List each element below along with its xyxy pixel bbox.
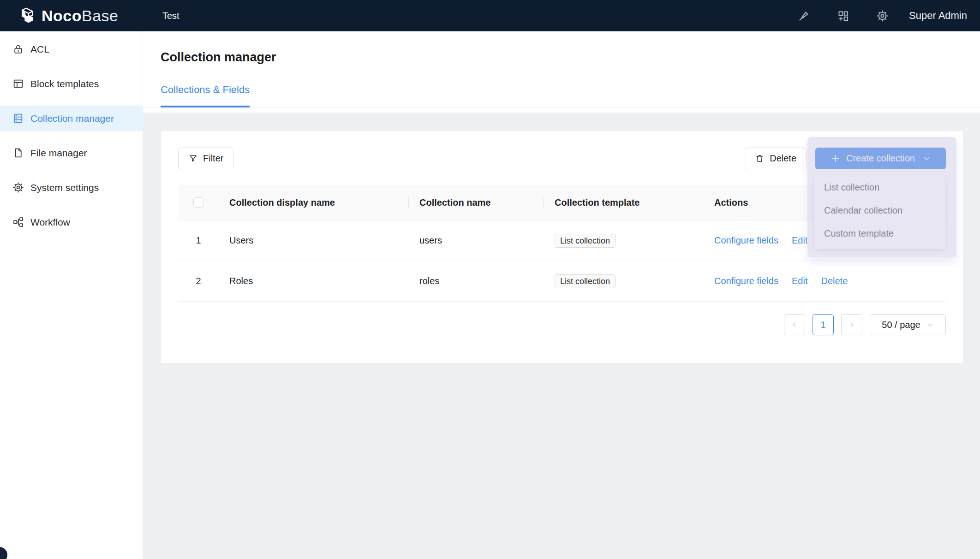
tabs-bar: Collections & Fields [143, 84, 980, 107]
sidebar-item-label: ACL [30, 44, 49, 55]
row-index: 2 [196, 276, 201, 286]
cell-collection-name: roles [408, 276, 544, 286]
action-divider [785, 277, 785, 286]
pagination: 1 50 / page [178, 314, 946, 335]
sidebar-item-file-manager[interactable]: File manager [0, 140, 143, 166]
active-tab-ink-bar [161, 106, 250, 107]
sidebar-item-label: Block templates [30, 78, 99, 89]
workflow-icon [12, 216, 24, 228]
cell-display-name: Roles [219, 276, 408, 286]
delete-link[interactable]: Delete [821, 276, 848, 286]
sidebar-item-collection-manager[interactable]: Collection manager [0, 106, 143, 131]
chevron-down-icon [923, 155, 931, 162]
tab-collections-and-fields[interactable]: Collections & Fields [161, 84, 250, 107]
configure-fields-link[interactable]: Configure fields [714, 276, 778, 286]
nocobase-cube-icon [18, 6, 36, 25]
main-area: Collection manager Collections & Fields [143, 31, 980, 559]
create-collection-dropdown: List collection Calendar collection Cust… [814, 172, 945, 249]
row-index: 1 [196, 235, 201, 246]
sidebar-item-label: System settings [30, 182, 99, 193]
toolbar-right: Delete Create collection [745, 148, 946, 169]
column-header-collection-template: Collection template [544, 197, 702, 208]
menu-item-calendar-collection[interactable]: Calendar collection [814, 199, 945, 222]
create-collection-button[interactable]: Create collection [815, 148, 946, 169]
app-window: NocoBase Test Super Admin [0, 0, 980, 559]
pagination-page-1[interactable]: 1 [813, 314, 834, 335]
navbar-right: Super Admin [798, 10, 980, 22]
page-size-select[interactable]: 50 / page [870, 314, 946, 335]
sidebar-item-label: Workflow [30, 217, 70, 228]
sidebar-item-acl[interactable]: ACL [0, 36, 143, 62]
nocobase-logo[interactable]: NocoBase [0, 6, 143, 25]
filter-funnel-icon [188, 154, 198, 163]
top-navbar: NocoBase Test Super Admin [0, 0, 980, 31]
page-title: Collection manager [161, 50, 980, 65]
menu-item-custom-template[interactable]: Custom template [814, 222, 945, 245]
trash-icon [755, 154, 765, 163]
cell-display-name: Users [219, 235, 408, 246]
plus-icon [831, 154, 840, 163]
filter-button[interactable]: Filter [178, 148, 233, 169]
lock-icon [12, 43, 24, 55]
sidebar-item-workflow[interactable]: Workflow [0, 209, 143, 235]
edit-link[interactable]: Edit [792, 235, 807, 246]
menu-item-list-collection[interactable]: List collection [814, 176, 945, 199]
template-tag: List collection [555, 234, 615, 248]
highlighter-icon[interactable] [798, 10, 810, 22]
column-header-collection-name: Collection name [408, 197, 544, 208]
sidebar-item-label: Collection manager [30, 113, 114, 124]
edit-link[interactable]: Edit [792, 276, 807, 286]
action-divider [814, 277, 814, 286]
file-icon [12, 147, 24, 159]
pagination-next-button[interactable] [841, 314, 862, 335]
card-toolbar: Filter Delete [178, 148, 946, 169]
cell-collection-name: users [408, 235, 544, 246]
add-blocks-icon[interactable] [837, 10, 849, 22]
action-divider [785, 236, 785, 245]
table-row: 2 Roles roles List collection Configure … [178, 261, 946, 302]
settings-icon[interactable] [876, 10, 889, 22]
select-all-checkbox[interactable] [193, 197, 203, 208]
sidebar-item-label: File manager [30, 148, 87, 159]
layout-icon [12, 78, 24, 89]
user-menu[interactable]: Super Admin [909, 10, 967, 22]
nav-item-test[interactable]: Test [158, 8, 184, 24]
collections-icon [12, 113, 24, 124]
column-header-display-name: Collection display name [219, 197, 408, 208]
pagination-prev-button[interactable] [784, 314, 805, 335]
sidebar: ACL Block templates Collection manager [0, 31, 143, 559]
sidebar-item-block-templates[interactable]: Block templates [0, 71, 143, 96]
template-tag: List collection [555, 274, 615, 288]
gear-icon [12, 182, 24, 193]
chevron-down-icon [927, 321, 934, 328]
brand-text: NocoBase [42, 7, 119, 25]
delete-button[interactable]: Delete [745, 148, 807, 169]
sidebar-item-system-settings[interactable]: System settings [0, 175, 143, 200]
configure-fields-link[interactable]: Configure fields [714, 235, 778, 246]
